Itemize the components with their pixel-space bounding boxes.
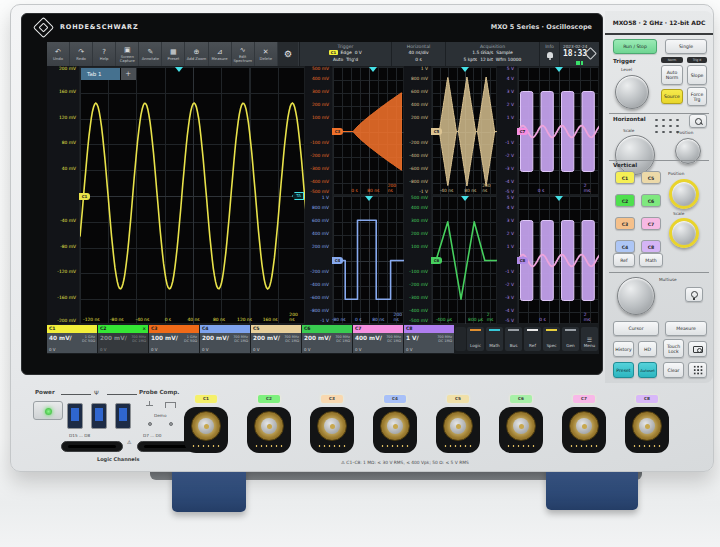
edit-spectrum-button[interactable]: ∿Edit Spectrum <box>232 42 255 66</box>
autoset-button[interactable]: Autoset <box>638 362 657 378</box>
annotate-button[interactable]: ✎Annotate <box>139 42 162 66</box>
hd-button[interactable]: HD <box>638 341 657 357</box>
touch-lock-button[interactable]: Touch Lock <box>663 339 684 358</box>
waveform-grid-c7[interactable]: 5 V4 V3 V2 V1 V-1 V-2 V-3 V-4 V-5 V0 s2 … <box>497 66 599 195</box>
plot-area-c6[interactable]: -400 µs800 µs2 msC6 <box>431 195 497 324</box>
add-tab-button[interactable]: + <box>121 68 136 80</box>
bus-button[interactable]: Bus <box>505 327 522 351</box>
channel-offset-marker-c4[interactable]: C4 <box>332 257 343 264</box>
screen-capture-button[interactable]: ▣Screen Capture <box>116 42 139 66</box>
tab-1[interactable]: Tab 1 <box>81 68 120 80</box>
status-horizontal[interactable]: Horizontal 40 ns/div 0 s <box>391 42 445 66</box>
trigger-position-marker[interactable] <box>461 67 469 72</box>
multiuse-knob[interactable] <box>617 277 655 315</box>
redo-label: Redo <box>76 57 86 61</box>
waveform-grid-c3[interactable]: 500 mV400 mV300 mV200 mV100 mV-100 mV-20… <box>305 66 404 195</box>
channel-offset-marker-c6[interactable]: C6 <box>431 257 442 264</box>
clear-button[interactable]: Clear <box>663 362 684 378</box>
channel-box-c3[interactable]: C3100 mV/1 GHz DC 50Ω0 V <box>149 325 199 353</box>
channel-offset-marker-c3[interactable]: C3 <box>332 128 343 135</box>
vertical-position-knob[interactable] <box>669 179 699 209</box>
spec-button[interactable]: Spec <box>543 327 560 351</box>
ref-button[interactable]: Ref <box>613 253 635 267</box>
horizontal-scale-knob[interactable] <box>615 135 655 175</box>
plot-area-c1[interactable]: -120 ns-80 ns-40 ns0 s40 ns80 ns120 ns16… <box>79 66 305 324</box>
vertical-channel-button-c7[interactable]: C7 <box>641 217 661 230</box>
delete-button[interactable]: ✕Delete <box>255 42 278 66</box>
zoom-button[interactable] <box>689 114 707 128</box>
divider <box>609 160 709 161</box>
channel-box-c5[interactable]: C5200 mV/700 MHz DC 1MΩ0 V <box>251 325 301 353</box>
status-clock[interactable]: 2023-02-24 18:33 <box>559 42 599 66</box>
settings-button[interactable]: ⚙ <box>278 42 299 66</box>
waveform-grid-c1[interactable]: 200 mV160 mV120 mV80 mV40 mV-40 mV-80 mV… <box>47 66 305 324</box>
channel-offset-marker-c7[interactable]: C7 <box>517 128 528 135</box>
vertical-channel-button-c1[interactable]: C1 <box>615 171 635 184</box>
status-acquisition[interactable]: Acquisition 1.5 GSa/s Sample 5 kpts 12 b… <box>445 42 539 66</box>
plot-area-c4[interactable]: -80 ns0 s80 ns200 nsC4 <box>332 195 404 324</box>
trigger-position-marker[interactable] <box>365 196 373 201</box>
single-button[interactable]: Single <box>665 39 707 54</box>
waveform-grid-c8[interactable]: 5 V4 V3 V2 V1 V-1 V-2 V-3 V-4 V-5 V0 s2 … <box>497 195 599 324</box>
auto-norm-button[interactable]: Auto Norm <box>661 65 683 85</box>
menu-button[interactable]: ☰Menu <box>581 327 598 351</box>
vertical-channel-button-c8[interactable]: C8 <box>641 240 661 253</box>
run-stop-button[interactable]: Run / Stop <box>613 39 657 54</box>
intensity-button[interactable] <box>685 287 703 302</box>
channel-offset-marker-c1[interactable]: C1 <box>79 193 90 200</box>
slope-button[interactable]: Slope <box>687 65 707 85</box>
channel-box-c2[interactable]: C2×200 mV/700 MHz DC 1MΩ0 V <box>98 325 148 353</box>
vertical-channel-button-c4[interactable]: C4 <box>615 240 635 253</box>
force-trigger-button[interactable]: Force Trg <box>687 87 707 106</box>
trigger-position-marker[interactable] <box>175 67 183 72</box>
trigger-position-marker[interactable] <box>369 67 377 72</box>
plot-area-c3[interactable]: 0 s80 ns200 nsC3 <box>332 66 404 195</box>
channel-offset-marker-c8[interactable]: C8 <box>517 257 528 264</box>
measure-button[interactable]: Measure <box>665 321 707 336</box>
logic-button[interactable]: Logic <box>467 327 484 351</box>
history-button[interactable]: History <box>613 341 634 357</box>
channel-bar-spacer-button[interactable] <box>455 327 466 351</box>
vertical-channel-button-c5[interactable]: C5 <box>641 171 661 184</box>
trigger-position-marker[interactable] <box>461 196 469 201</box>
cursor-button[interactable]: Cursor <box>613 321 659 336</box>
trigger-level-knob[interactable] <box>615 75 649 109</box>
waveform-grid-c6[interactable]: 500 mV400 mV300 mV200 mV100 mV-100 mV-20… <box>404 195 497 324</box>
plot-area-c5[interactable]: -40 ns80 ns200 nsC5 <box>431 66 497 195</box>
touchscreen[interactable]: ↶Undo↷Redo?Help▣Screen Capture✎Annotate▦… <box>47 42 599 354</box>
preset-button[interactable]: Preset <box>613 362 634 378</box>
screenshot-button[interactable] <box>688 341 707 357</box>
keypad-button[interactable] <box>688 362 707 378</box>
channel-box-c8[interactable]: C81 V/700 MHz DC 1MΩ0 V <box>404 325 454 353</box>
status-trigger[interactable]: Trigger C1 Edge 0 V Auto Trig'd <box>299 42 391 66</box>
plot-area-c8[interactable]: 0 s2 msC8 <box>517 195 599 324</box>
channel-offset-marker-c5[interactable]: C5 <box>431 128 442 135</box>
gen-button[interactable]: Gen <box>562 327 579 351</box>
add-zoom-button[interactable]: ⊕Add Zoom <box>185 42 208 66</box>
undo-button[interactable]: ↶Undo <box>47 42 70 66</box>
vertical-scale-knob[interactable] <box>669 218 699 248</box>
vertical-channel-button-c2[interactable]: C2 <box>615 194 635 207</box>
channel-box-c6[interactable]: C6200 mV/700 MHz DC 1MΩ0 V <box>302 325 352 353</box>
preset-button[interactable]: ▦Preset <box>162 42 185 66</box>
channel-box-c1[interactable]: C140 mV/1 GHz DC 50Ω0 V <box>47 325 97 353</box>
waveform-grid-c4[interactable]: 1 V800 mV600 mV400 mV200 mV-200 mV-400 m… <box>305 195 404 324</box>
trigger-position-marker[interactable] <box>555 196 563 201</box>
math-button[interactable]: Math <box>486 327 503 351</box>
channel-box-c7[interactable]: C7400 mV/700 MHz DC 1MΩ0 V <box>353 325 403 353</box>
channel-off-icon: × <box>142 325 146 333</box>
vertical-channel-button-c3[interactable]: C3 <box>615 217 635 230</box>
math-button[interactable]: Math <box>639 253 663 267</box>
power-button[interactable] <box>33 401 63 420</box>
waveform-grid-c5[interactable]: 1 V800 mV600 mV400 mV200 mV-200 mV-400 m… <box>404 66 497 195</box>
plot-area-c7[interactable]: 0 s2 msC7 <box>517 66 599 195</box>
trigger-position-marker[interactable] <box>555 67 563 72</box>
channel-box-c4[interactable]: C4200 mV/700 MHz DC 1MΩ0 V <box>200 325 250 353</box>
status-info[interactable]: Info <box>539 42 559 66</box>
redo-button[interactable]: ↷Redo <box>70 42 93 66</box>
source-button[interactable]: Source <box>661 89 683 104</box>
help-button[interactable]: ?Help <box>93 42 116 66</box>
measure-button[interactable]: ⊿Measure <box>209 42 232 66</box>
vertical-channel-button-c6[interactable]: C6 <box>641 194 661 207</box>
ref-button[interactable]: Ref <box>524 327 541 351</box>
